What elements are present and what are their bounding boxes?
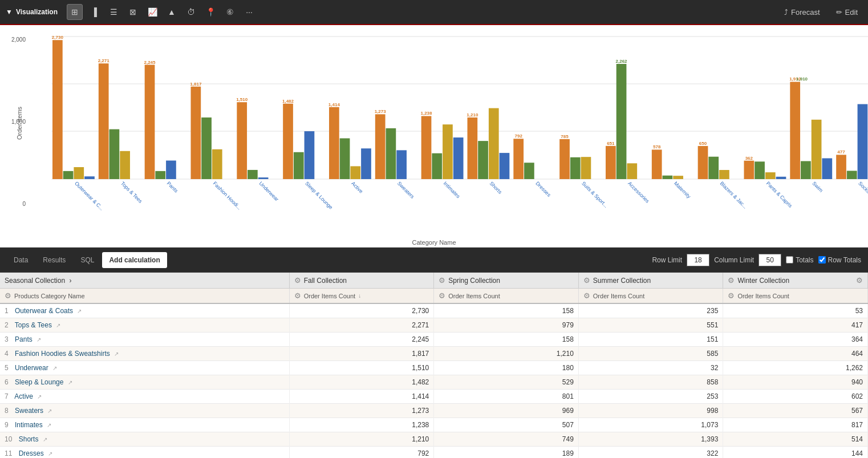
bar-rect[interactable]: [329, 107, 339, 179]
bar-rect[interactable]: [478, 141, 488, 179]
forecast-button[interactable]: ⤴ Forecast: [780, 6, 825, 19]
category-name-value[interactable]: Sweaters: [15, 407, 43, 415]
list-view-icon[interactable]: ☰: [106, 4, 121, 20]
x-axis-category-label[interactable]: Maternity: [673, 180, 692, 200]
bar-rect[interactable]: [375, 114, 386, 179]
bar-rect[interactable]: [776, 177, 786, 179]
line-chart-icon[interactable]: 📈: [144, 4, 160, 20]
totals-checkbox-wrapper[interactable]: Totals: [786, 256, 813, 264]
row-totals-checkbox[interactable]: [818, 256, 826, 264]
row-limit-input[interactable]: [687, 254, 709, 266]
bar-chart-icon[interactable]: ▐: [86, 4, 102, 20]
fall-collection-header[interactable]: ⚙ Fall Collection: [289, 273, 434, 289]
bar-rect[interactable]: [237, 102, 247, 179]
row-totals-checkbox-wrapper[interactable]: Row Totals: [818, 256, 861, 264]
bar-rect[interactable]: [258, 177, 269, 179]
x-axis-category-label[interactable]: Tops & Tees: [120, 180, 144, 204]
collection-expand-icon[interactable]: ›: [69, 277, 71, 285]
bar-rect[interactable]: [84, 176, 95, 179]
bar-rect[interactable]: [755, 161, 765, 179]
category-name-value[interactable]: Pants: [15, 335, 33, 343]
bar-rect[interactable]: [145, 65, 155, 179]
x-axis-category-label[interactable]: Blazers & Jac...: [719, 180, 748, 209]
category-name-value[interactable]: Sleep & Lounge: [15, 378, 63, 386]
bar-rect[interactable]: [361, 148, 371, 179]
winter-extra-gear-icon[interactable]: ⚙: [856, 276, 863, 285]
bar-rect[interactable]: [432, 153, 442, 179]
bar-rect[interactable]: [191, 87, 201, 179]
bar-rect[interactable]: [719, 170, 729, 179]
x-axis-category-label[interactable]: Suits & Sport...: [581, 180, 609, 209]
tab-sql[interactable]: SQL: [74, 252, 101, 268]
bar-rect[interactable]: [443, 124, 453, 179]
x-axis-category-label[interactable]: Underwear: [258, 180, 279, 202]
x-axis-category-label[interactable]: Fashion Hoodi...: [212, 180, 242, 210]
x-axis-category-label[interactable]: Swim: [811, 180, 824, 193]
summer-gear-icon[interactable]: ⚙: [583, 276, 590, 285]
spring-gear-icon[interactable]: ⚙: [439, 276, 445, 285]
x-axis-category-label[interactable]: Sweaters: [396, 180, 416, 200]
category-gear-icon[interactable]: ⚙: [5, 291, 11, 300]
bar-rect[interactable]: [109, 129, 120, 179]
winter-measure-gear-icon[interactable]: ⚙: [728, 291, 735, 300]
bar-rect[interactable]: [52, 40, 63, 179]
fall-measure-gear-icon[interactable]: ⚙: [294, 291, 301, 300]
category-name-header[interactable]: ⚙ Products Category Name: [0, 289, 289, 304]
fall-measure-header[interactable]: ⚙ Order Items Count ↓: [289, 289, 434, 304]
bar-rect[interactable]: [421, 116, 432, 179]
bar-rect[interactable]: [500, 153, 510, 179]
pin-icon[interactable]: 📍: [202, 4, 218, 20]
totals-checkbox[interactable]: [786, 256, 793, 264]
clock-icon[interactable]: ⏱: [183, 4, 199, 20]
bar-rect[interactable]: [765, 172, 776, 179]
winter-collection-header[interactable]: ⚙ Winter Collection ⚙: [723, 273, 868, 289]
bar-rect[interactable]: [63, 171, 74, 179]
more-icon[interactable]: ···: [241, 4, 257, 20]
x-axis-category-label[interactable]: Sleep & Lounge: [304, 180, 334, 210]
bar-rect[interactable]: [166, 161, 176, 180]
category-name-value[interactable]: Fashion Hoodies & Sweatshirts: [15, 350, 110, 358]
bar-rect[interactable]: [201, 117, 212, 179]
bar-rect[interactable]: [606, 146, 616, 179]
spring-measure-header[interactable]: ⚙ Order Items Count: [434, 289, 579, 304]
summer-measure-gear-icon[interactable]: ⚙: [583, 291, 590, 300]
area-chart-icon[interactable]: ▲: [164, 4, 180, 20]
category-name-value[interactable]: Dresses: [19, 449, 44, 457]
category-name-value[interactable]: Outerwear & Coats: [15, 307, 73, 315]
bar-rect[interactable]: [74, 167, 84, 179]
bar-rect[interactable]: [847, 171, 857, 179]
x-axis-category-label[interactable]: Accessories: [627, 180, 651, 204]
bar-rect[interactable]: [673, 176, 683, 179]
tab-add-calculation[interactable]: Add calculation: [102, 252, 167, 268]
bar-rect[interactable]: [524, 163, 534, 179]
bar-rect[interactable]: [155, 171, 165, 179]
bar-rect[interactable]: [559, 139, 570, 179]
spring-collection-header[interactable]: ⚙ Spring Collection: [434, 273, 579, 289]
tab-results[interactable]: Results: [36, 252, 72, 268]
fall-sort-desc-icon[interactable]: ↓: [358, 293, 361, 299]
bar-rect[interactable]: [790, 82, 800, 179]
dropdown-arrow-icon[interactable]: ▼: [6, 8, 13, 16]
bar-rect[interactable]: [120, 151, 130, 179]
bar-rect[interactable]: [627, 163, 637, 179]
bar-rect[interactable]: [822, 158, 832, 179]
bar-rect[interactable]: [305, 131, 315, 179]
winter-gear-icon[interactable]: ⚙: [728, 276, 735, 285]
bar-rect[interactable]: [698, 146, 708, 179]
x-axis-category-label[interactable]: Pants & Capris: [765, 180, 794, 209]
x-axis-category-label[interactable]: Socks: [857, 180, 868, 194]
bar-rect[interactable]: [396, 150, 407, 179]
bar-rect[interactable]: [513, 139, 524, 179]
tab-data[interactable]: Data: [7, 252, 35, 268]
bar-rect[interactable]: [858, 104, 868, 179]
category-name-value[interactable]: Shorts: [19, 435, 39, 443]
scatter-icon[interactable]: ⊠: [125, 4, 141, 20]
bar-rect[interactable]: [212, 149, 222, 179]
winter-measure-header[interactable]: ⚙ Order Items Count: [723, 289, 868, 304]
bar-rect[interactable]: [350, 166, 360, 179]
x-axis-category-label[interactable]: Pants: [166, 180, 180, 194]
x-axis-category-label[interactable]: Dresses: [534, 180, 552, 198]
badge-icon[interactable]: ⑥: [222, 4, 238, 20]
bar-rect[interactable]: [581, 157, 591, 179]
spring-measure-gear-icon[interactable]: ⚙: [439, 291, 445, 300]
